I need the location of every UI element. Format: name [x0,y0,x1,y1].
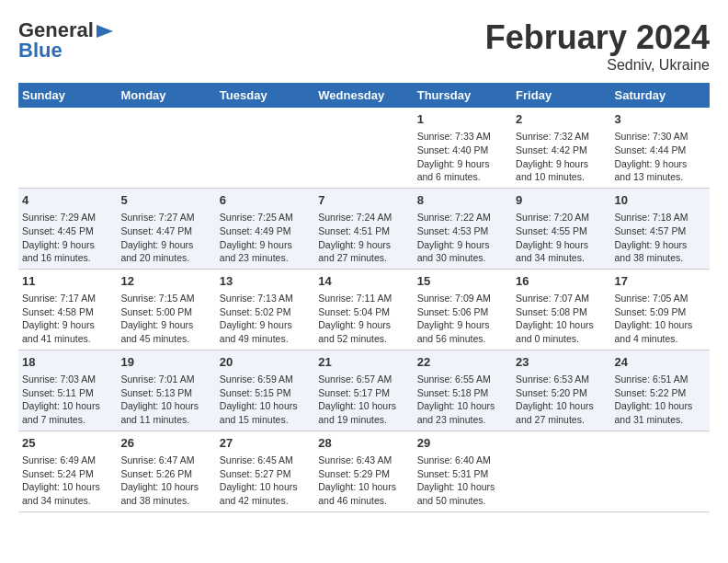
day-info: and 27 minutes. [318,251,409,265]
day-info: Sunrise: 6:55 AM [417,373,508,386]
day-number: 8 [417,192,508,209]
calendar-cell: 12Sunrise: 7:15 AMSunset: 5:00 PMDayligh… [117,269,215,350]
day-info: Sunset: 5:08 PM [516,305,607,319]
day-info: Sunset: 4:49 PM [220,224,311,238]
day-info: Sunset: 5:31 PM [417,467,508,481]
day-info: and 30 minutes. [417,251,508,265]
day-number: 23 [516,354,607,371]
day-info: Sunrise: 7:27 AM [120,211,211,224]
day-number: 2 [516,111,607,128]
day-info: and 45 minutes. [120,332,211,346]
day-info: and 49 minutes. [220,332,311,346]
calendar-cell: 11Sunrise: 7:17 AMSunset: 4:58 PMDayligh… [18,269,117,350]
day-number: 22 [417,354,508,371]
day-number: 5 [120,192,211,209]
day-info: Sunrise: 7:22 AM [417,211,508,224]
calendar-cell: 29Sunrise: 6:40 AMSunset: 5:31 PMDayligh… [414,431,512,511]
calendar-cell: 24Sunrise: 6:51 AMSunset: 5:22 PMDayligh… [611,350,710,431]
day-info: Daylight: 9 hours [220,318,311,332]
day-info: and 31 minutes. [615,413,706,427]
calendar-cell: 1Sunrise: 7:33 AMSunset: 4:40 PMDaylight… [414,108,512,188]
day-info: Daylight: 9 hours [120,238,211,252]
calendar-cell: 26Sunrise: 6:47 AMSunset: 5:26 PMDayligh… [117,431,215,511]
calendar-cell [611,431,710,511]
day-info: Sunrise: 6:45 AM [220,454,311,467]
calendar-cell: 25Sunrise: 6:49 AMSunset: 5:24 PMDayligh… [18,431,117,511]
day-info: Sunset: 4:57 PM [615,224,706,238]
calendar-cell: 3Sunrise: 7:30 AMSunset: 4:44 PMDaylight… [611,108,710,188]
day-info: Daylight: 9 hours [516,238,607,252]
calendar-cell: 21Sunrise: 6:57 AMSunset: 5:17 PMDayligh… [314,350,413,431]
day-number: 7 [318,192,409,209]
day-info: Sunset: 4:42 PM [516,144,607,157]
day-info: Sunset: 5:22 PM [615,386,706,400]
day-info: and 13 minutes. [615,170,706,184]
calendar-cell: 9Sunrise: 7:20 AMSunset: 4:55 PMDaylight… [512,188,610,269]
day-info: Daylight: 10 hours [220,480,311,494]
day-info: Sunset: 4:45 PM [22,224,113,238]
calendar-cell: 27Sunrise: 6:45 AMSunset: 5:27 PMDayligh… [216,431,314,511]
day-info: and 38 minutes. [615,251,706,265]
day-info: Daylight: 10 hours [22,480,113,494]
day-info: and 34 minutes. [516,251,607,265]
day-info: Daylight: 10 hours [220,399,311,413]
day-info: Daylight: 9 hours [22,318,113,332]
day-number: 29 [417,435,508,452]
day-info: Sunrise: 7:09 AM [417,292,508,305]
title-block: February 2024 Sedniv, Ukraine [485,18,710,74]
calendar-cell: 6Sunrise: 7:25 AMSunset: 4:49 PMDaylight… [216,188,314,269]
day-number: 6 [220,192,311,209]
day-info: and 0 minutes. [516,332,607,346]
calendar-cell [216,108,314,188]
day-info: Sunset: 4:40 PM [417,144,508,157]
day-info: Daylight: 10 hours [120,480,211,494]
day-info: Sunrise: 6:57 AM [318,373,409,386]
day-info: Sunset: 5:11 PM [22,386,113,400]
calendar-cell: 28Sunrise: 6:43 AMSunset: 5:29 PMDayligh… [314,431,413,511]
day-number: 28 [318,435,409,452]
day-info: Sunset: 5:04 PM [318,305,409,319]
svg-marker-0 [97,25,113,38]
weekday-header-tuesday: Tuesday [216,83,314,108]
week-row-3: 11Sunrise: 7:17 AMSunset: 4:58 PMDayligh… [18,269,710,350]
day-info: Sunset: 5:02 PM [220,305,311,319]
day-info: Sunrise: 7:30 AM [615,130,706,144]
weekday-header-monday: Monday [117,83,215,108]
day-info: and 52 minutes. [318,332,409,346]
day-info: Sunrise: 6:47 AM [120,454,211,467]
day-info: Daylight: 9 hours [220,238,311,252]
day-number: 25 [22,435,113,452]
day-info: Sunrise: 7:01 AM [120,373,211,386]
week-row-1: 1Sunrise: 7:33 AMSunset: 4:40 PMDaylight… [18,108,710,188]
calendar-cell: 10Sunrise: 7:18 AMSunset: 4:57 PMDayligh… [611,188,710,269]
weekday-header-sunday: Sunday [18,83,117,108]
day-info: Sunrise: 7:25 AM [220,211,311,224]
day-info: Sunrise: 6:53 AM [516,373,607,386]
day-info: and 6 minutes. [417,170,508,184]
day-number: 4 [22,192,113,209]
logo-blue-text: Blue [18,39,63,63]
day-info: Sunset: 5:09 PM [615,305,706,319]
calendar-cell: 18Sunrise: 7:03 AMSunset: 5:11 PMDayligh… [18,350,117,431]
day-number: 26 [120,435,211,452]
day-info: Daylight: 10 hours [318,399,409,413]
day-info: Sunset: 5:06 PM [417,305,508,319]
page-title: February 2024 [485,18,710,57]
logo-flag-icon [95,23,115,40]
day-info: Sunrise: 6:40 AM [417,454,508,467]
day-number: 10 [615,192,706,209]
day-number: 17 [615,273,706,290]
day-info: Sunrise: 7:05 AM [615,292,706,305]
calendar-cell: 16Sunrise: 7:07 AMSunset: 5:08 PMDayligh… [512,269,610,350]
day-info: Sunrise: 6:43 AM [318,454,409,467]
day-info: Sunset: 5:18 PM [417,386,508,400]
day-info: Sunset: 5:00 PM [120,305,211,319]
calendar-table: SundayMondayTuesdayWednesdayThursdayFrid… [18,83,710,512]
day-info: Daylight: 9 hours [417,318,508,332]
week-row-2: 4Sunrise: 7:29 AMSunset: 4:45 PMDaylight… [18,188,710,269]
day-number: 9 [516,192,607,209]
day-number: 21 [318,354,409,371]
day-info: Daylight: 9 hours [516,157,607,171]
day-number: 13 [220,273,311,290]
calendar-cell: 7Sunrise: 7:24 AMSunset: 4:51 PMDaylight… [314,188,413,269]
